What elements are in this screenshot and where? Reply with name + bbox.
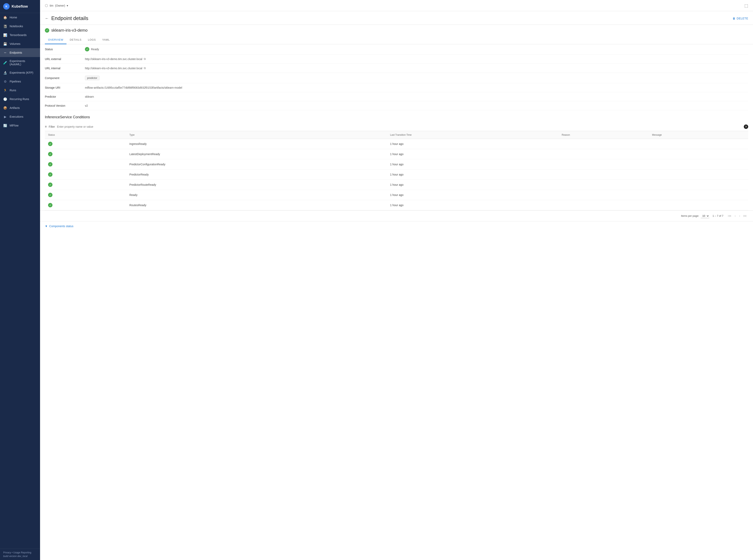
table-cell-type: PredictorRouteReady — [126, 180, 387, 190]
endpoint-status-icon: ✓ — [45, 28, 49, 33]
sidebar-footer: Privacy • Usage Reporting build version … — [0, 548, 40, 560]
page-title: Endpoint details — [51, 15, 88, 21]
tab-details[interactable]: DETAILS — [66, 36, 85, 44]
recurring-runs-icon: 🕐 — [3, 97, 7, 101]
copy-url-internal-icon[interactable]: ⧉ — [144, 66, 146, 70]
detail-row-component: Component predictor — [45, 73, 748, 83]
delete-button[interactable]: 🗑 DELETE — [733, 17, 748, 20]
filter-input[interactable] — [57, 125, 742, 128]
sidebar-item-label: Recurring Runs — [9, 98, 29, 101]
sidebar-item-label: Artifacts — [9, 106, 20, 109]
build-version: build version dev_local — [3, 555, 37, 558]
protocol-version-text: v2 — [85, 104, 88, 107]
sidebar-item-label: Home — [9, 16, 17, 19]
sidebar-item-executions[interactable]: ▶ Executions — [0, 112, 40, 121]
filter-bar: ≡ Filter ? — [45, 122, 748, 131]
privacy-link[interactable]: Privacy — [3, 551, 11, 554]
sidebar-item-recurring-runs[interactable]: 🕐 Recurring Runs — [0, 95, 40, 103]
table-cell-type: LatestDeploymentReady — [126, 149, 387, 159]
detail-row-url-internal: URL internal http://sklearn-iris-v3-demo… — [45, 64, 748, 73]
sidebar-item-volumes[interactable]: 💾 Volumes — [0, 39, 40, 48]
page-content: ← Endpoint details 🗑 DELETE ✓ sklearn-ir… — [40, 11, 753, 560]
table-row: ✓LatestDeploymentReady1 hour ago — [45, 149, 748, 159]
endpoints-icon: ↔ — [3, 51, 7, 55]
detail-label-storage-uri: Storage URI — [45, 86, 85, 89]
table-row: ✓PredictorConfigurationReady1 hour ago — [45, 159, 748, 169]
table-cell-last-transition: 1 hour ago — [387, 200, 559, 211]
components-status-toggle[interactable]: ▼ Components status — [45, 224, 748, 228]
sidebar-item-endpoints[interactable]: ↔ Endpoints — [0, 48, 40, 57]
detail-value-url-external: http://sklearn-iris-v3-demo.tim.svc.clus… — [85, 57, 146, 61]
user-role: (Owner) — [55, 4, 65, 7]
table-cell-reason — [559, 200, 649, 211]
row-status-icon: ✓ — [48, 142, 53, 146]
sidebar-item-label: Volumes — [9, 42, 20, 45]
topbar: ⬡ tim (Owner) ▾ ⬚ — [40, 0, 753, 11]
detail-value-protocol-version: v2 — [85, 104, 88, 107]
table-cell-last-transition: 1 hour ago — [387, 139, 559, 149]
tab-overview[interactable]: OVERVIEW — [45, 36, 66, 44]
sidebar-item-label: Experiments (KFP) — [9, 71, 33, 74]
sidebar-item-tensorboards[interactable]: 📊 Tensorboards — [0, 31, 40, 39]
last-page-button[interactable]: ⏭ — [742, 213, 748, 219]
table-cell-last-transition: 1 hour ago — [387, 190, 559, 200]
back-button[interactable]: ← — [45, 16, 49, 21]
first-page-button[interactable]: ⏮ — [727, 213, 733, 219]
sidebar-item-mlflow[interactable]: 🔄 MlFlow — [0, 121, 40, 130]
detail-value-component: predictor — [85, 76, 99, 80]
table-cell-last-transition: 1 hour ago — [387, 159, 559, 169]
table-cell-message — [649, 180, 748, 190]
logout-icon[interactable]: ⬚ — [745, 3, 748, 8]
row-status-icon: ✓ — [48, 182, 53, 187]
app-name: Kubeflow — [12, 4, 28, 8]
sidebar-item-experiments-kfp[interactable]: 🔬 Experiments (KFP) — [0, 68, 40, 77]
col-header-last-transition: Last Transition Time — [387, 131, 559, 139]
table-cell-status: ✓ — [45, 200, 126, 211]
table-cell-type: RoutesReady — [126, 200, 387, 211]
help-icon[interactable]: ? — [744, 124, 748, 129]
experiments-automl-icon: 🧪 — [3, 61, 7, 65]
copy-url-external-icon[interactable]: ⧉ — [144, 57, 146, 61]
sidebar-item-home[interactable]: 🏠 Home — [0, 13, 40, 22]
table-cell-type: PredictorConfigurationReady — [126, 159, 387, 169]
row-status-icon: ✓ — [48, 162, 53, 166]
table-cell-status: ✓ — [45, 190, 126, 200]
components-status-section: ▼ Components status — [40, 221, 753, 231]
sidebar-item-label: Executions — [9, 115, 23, 118]
user-menu[interactable]: ⬡ tim (Owner) ▾ — [45, 3, 68, 8]
table-header-row: Status Type Last Transition Time Reason … — [45, 131, 748, 139]
executions-icon: ▶ — [3, 115, 7, 119]
next-page-button[interactable]: › — [738, 213, 741, 219]
artifacts-icon: 📦 — [3, 106, 7, 110]
pagination-buttons: ⏮ ‹ › ⏭ — [727, 213, 748, 219]
detail-value-predictor: sklearn — [85, 95, 94, 98]
detail-row-predictor: Predictor sklearn — [45, 92, 748, 101]
prev-page-button[interactable]: ‹ — [733, 213, 737, 219]
row-status-icon: ✓ — [48, 172, 53, 177]
page-info: 1 – 7 of 7 — [713, 214, 723, 217]
table-cell-status: ✓ — [45, 180, 126, 190]
usage-reporting-link[interactable]: Usage Reporting — [13, 551, 31, 554]
pagination: Items per page: 10 25 50 1 – 7 of 7 ⏮ ‹ … — [40, 211, 753, 221]
sidebar-item-artifacts[interactable]: 📦 Artifacts — [0, 103, 40, 112]
table-cell-status: ✓ — [45, 169, 126, 180]
table-cell-message — [649, 169, 748, 180]
tab-yaml[interactable]: YAML — [99, 36, 113, 44]
sidebar-item-experiments-automl[interactable]: 🧪 Experiments (AutoML) — [0, 57, 40, 68]
sidebar-item-runs[interactable]: 🏃 Runs — [0, 86, 40, 95]
chevron-down-icon: ▼ — [45, 224, 48, 228]
endpoint-name-header: ✓ sklearn-iris-v3-demo — [40, 25, 753, 36]
sidebar-logo: K Kubeflow — [0, 0, 40, 13]
table-cell-type: IngressReady — [126, 139, 387, 149]
sidebar-item-pipelines[interactable]: ⚙ Pipelines — [0, 77, 40, 86]
per-page-select[interactable]: 10 25 50 — [701, 214, 709, 218]
detail-label-url-internal: URL internal — [45, 67, 85, 70]
page-header-left: ← Endpoint details — [45, 15, 88, 21]
row-status-icon: ✓ — [48, 152, 53, 156]
tensorboards-icon: 📊 — [3, 33, 7, 37]
filter-label: Filter — [49, 125, 55, 128]
tab-logs[interactable]: LOGS — [85, 36, 99, 44]
detail-label-predictor: Predictor — [45, 95, 85, 98]
sidebar-item-notebooks[interactable]: 📓 Notebooks — [0, 22, 40, 31]
table-cell-status: ✓ — [45, 159, 126, 169]
